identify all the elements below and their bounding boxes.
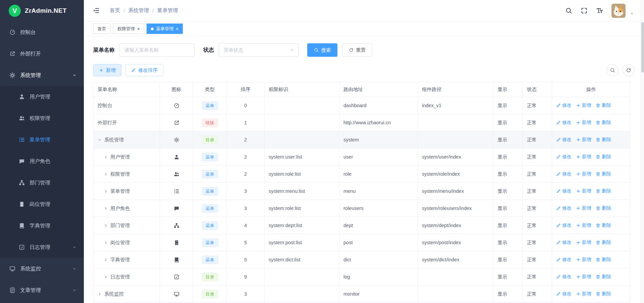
sidebar-item-8[interactable]: 岗位管理 — [0, 193, 84, 215]
chevron-right-icon[interactable] — [104, 258, 108, 262]
breadcrumb-item-0[interactable]: 首页 — [110, 7, 120, 14]
tab-1[interactable]: 权限管理× — [113, 24, 144, 34]
reset-button-label: 重置 — [356, 47, 366, 53]
type-tag: 链接 — [202, 119, 218, 127]
chevron-right-icon[interactable] — [104, 223, 108, 228]
add-link[interactable]: 新增 — [576, 102, 591, 109]
delete-link[interactable]: 删除 — [596, 240, 611, 246]
sidebar-item-5[interactable]: 菜单管理 — [0, 129, 84, 150]
chevron-right-icon[interactable] — [104, 172, 108, 176]
chevron-right-icon[interactable] — [104, 275, 108, 279]
fullscreen-icon[interactable] — [581, 7, 588, 14]
sidebar-item-10[interactable]: 日志管理 — [0, 236, 84, 258]
delete-link[interactable]: 删除 — [596, 188, 611, 194]
sidebar-item-11[interactable]: 系统监控 — [0, 258, 84, 279]
delete-link[interactable]: 删除 — [596, 171, 611, 177]
sidebar-item-3[interactable]: 用户管理 — [0, 86, 84, 107]
add-link[interactable]: 新增 — [576, 154, 591, 160]
chevron-right-icon[interactable] — [104, 189, 108, 193]
sidebar-item-2[interactable]: 系统管理 — [0, 64, 84, 86]
component-value — [418, 114, 493, 131]
sidebar-item-0[interactable]: 控制台 — [0, 21, 84, 43]
add-link[interactable]: 新增 — [576, 222, 591, 228]
chevron-right-icon[interactable] — [104, 155, 108, 159]
user-icon — [19, 94, 25, 100]
delete-link[interactable]: 删除 — [596, 274, 611, 280]
perm-value — [265, 114, 339, 131]
scrollbar-thumb[interactable] — [641, 22, 644, 73]
add-link[interactable]: 新增 — [576, 240, 591, 246]
table-search-button[interactable] — [606, 64, 619, 76]
edit-link[interactable]: 修改 — [556, 171, 572, 177]
menu-name-input[interactable] — [119, 43, 195, 57]
tab-close-icon[interactable]: × — [137, 27, 140, 31]
edit-link[interactable]: 修改 — [556, 120, 572, 126]
sidebar-item-12[interactable]: 文章管理 — [0, 279, 84, 301]
add-link[interactable]: 新增 — [576, 291, 591, 297]
sidebar-toggle-button[interactable] — [93, 7, 100, 14]
edit-link[interactable]: 修改 — [556, 274, 572, 280]
app-logo[interactable]: V ZrAdmin.NET — [0, 0, 84, 21]
add-link[interactable]: 新增 — [576, 137, 591, 143]
status-select[interactable]: 菜单状态 — [219, 43, 299, 57]
delete-link[interactable]: 删除 — [596, 257, 611, 263]
breadcrumb-item-1[interactable]: 系统管理 — [128, 7, 149, 14]
ops-cell: 修改新增删除 — [552, 183, 630, 200]
delete-link[interactable]: 删除 — [596, 154, 611, 160]
edit-link[interactable]: 修改 — [556, 257, 572, 263]
user-avatar[interactable] — [611, 4, 626, 18]
sidebar-item-7[interactable]: 部门管理 — [0, 172, 84, 193]
sidebar-item-4[interactable]: 权限管理 — [0, 107, 84, 129]
delete-link[interactable]: 删除 — [596, 222, 611, 228]
sort-button[interactable]: 修改排序 — [125, 64, 163, 76]
chevron-right-icon[interactable] — [104, 241, 108, 245]
edit-link[interactable]: 修改 — [556, 102, 572, 109]
tab-close-icon[interactable]: × — [176, 27, 178, 31]
sidebar-item-6[interactable]: 用户角色 — [0, 150, 84, 172]
chevron-right-icon[interactable] — [98, 292, 102, 296]
add-link[interactable]: 新增 — [576, 257, 591, 263]
sidebar-item-1[interactable]: 外部打开 — [0, 43, 84, 64]
visible-value: 显示 — [493, 166, 523, 183]
add-link[interactable]: 新增 — [576, 274, 591, 280]
search-icon[interactable] — [565, 7, 572, 14]
chevron-down-icon — [72, 245, 76, 249]
edit-link[interactable]: 修改 — [556, 137, 572, 143]
chevron-down-icon — [289, 48, 294, 52]
table-row: 字典管理菜单5system:dict:listdictsystem/dict/i… — [94, 251, 630, 268]
user-menu-caret-icon[interactable] — [630, 11, 634, 16]
add-button[interactable]: 新增 — [93, 64, 121, 76]
menu-name: 菜单管理 — [110, 188, 130, 194]
add-link[interactable]: 新增 — [576, 188, 591, 194]
edit-link[interactable]: 修改 — [556, 291, 572, 297]
reset-button[interactable]: 重置 — [342, 43, 372, 57]
edit-link[interactable]: 修改 — [556, 205, 572, 211]
column-header-2: 类型 — [193, 82, 227, 97]
add-link[interactable]: 新增 — [576, 120, 591, 126]
add-link[interactable]: 新增 — [576, 205, 591, 211]
pen-icon — [556, 257, 561, 262]
status-value: 正常 — [523, 200, 552, 217]
edit-link[interactable]: 修改 — [556, 240, 572, 246]
edit-link[interactable]: 修改 — [556, 188, 572, 194]
delete-link[interactable]: 删除 — [596, 205, 611, 211]
font-size-icon[interactable] — [596, 7, 603, 14]
delete-link[interactable]: 删除 — [596, 120, 611, 126]
chevron-right-icon[interactable] — [104, 206, 108, 211]
table-refresh-button[interactable] — [623, 64, 635, 76]
page-scrollbar[interactable] — [641, 0, 644, 303]
chevron-down-icon[interactable] — [98, 138, 102, 142]
breadcrumb-item-2[interactable]: 菜单管理 — [157, 7, 178, 14]
edit-link[interactable]: 修改 — [556, 154, 572, 160]
add-link[interactable]: 新增 — [576, 171, 591, 177]
sidebar-item-9[interactable]: 字典管理 — [0, 215, 84, 236]
delete-link[interactable]: 删除 — [596, 137, 611, 143]
search-button[interactable]: 搜索 — [307, 43, 337, 57]
tab-2[interactable]: 菜单管理× — [147, 24, 183, 34]
visible-value: 显示 — [493, 234, 523, 251]
delete-link[interactable]: 删除 — [596, 291, 611, 297]
delete-link[interactable]: 删除 — [596, 102, 611, 109]
tab-0[interactable]: 首页 — [93, 24, 111, 34]
sort-value: 2 — [227, 131, 265, 148]
edit-link[interactable]: 修改 — [556, 222, 572, 228]
